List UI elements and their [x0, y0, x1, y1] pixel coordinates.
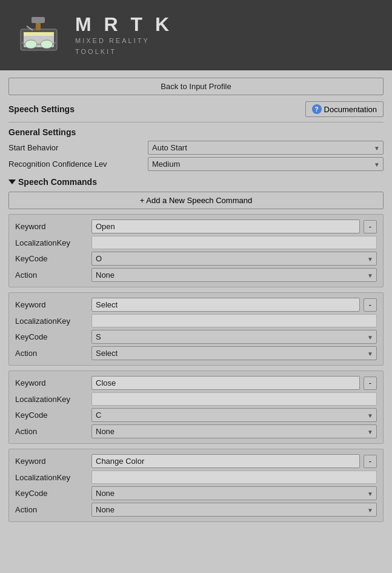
documentation-label: Documentation [324, 105, 377, 114]
add-speech-command-button[interactable]: + Add a New Speech Command [8, 192, 384, 209]
start-behavior-select[interactable]: Auto Start [148, 141, 384, 155]
recognition-confidence-select[interactable]: Medium [148, 157, 384, 171]
divider-1 [8, 122, 384, 122]
speech-commands-title: Speech Commands [18, 177, 97, 187]
start-behavior-row: Start Behavior Auto Start ▼ [8, 141, 384, 155]
command-1-remove-button[interactable]: - [364, 298, 377, 312]
start-behavior-select-wrapper: Auto Start ▼ [148, 141, 384, 155]
command-2-action-label: Action [15, 427, 88, 436]
command-3-action-label: Action [15, 505, 88, 514]
command-0-localization-row: LocalizationKey [15, 236, 377, 249]
command-3-action-select-wrapper: None ▼ [91, 503, 377, 517]
header: M R T K MIXED REALITY TOOLKIT [0, 0, 392, 70]
command-2-keycode-select[interactable]: C [91, 408, 377, 422]
command-2-remove-button[interactable]: - [364, 377, 377, 390]
speech-commands-header: Speech Commands [8, 177, 384, 187]
logo-subtitle-line2: TOOLKIT [75, 47, 173, 58]
command-0-keycode-select-wrapper: O ▼ [91, 252, 377, 266]
command-2-localization-row: LocalizationKey [15, 392, 377, 406]
svg-rect-2 [24, 32, 54, 36]
command-0-keycode-row: KeyCode O ▼ [15, 252, 377, 266]
command-0-keyword-row: Keyword - [15, 219, 377, 233]
command-2-keycode-label: KeyCode [15, 410, 88, 420]
svg-rect-9 [32, 17, 45, 23]
command-1-localization-row: LocalizationKey [15, 314, 377, 327]
command-3-keyword-row: Keyword - [15, 454, 377, 468]
doc-info-icon: ? [312, 104, 322, 114]
general-settings-title: General Settings [8, 127, 384, 137]
command-2-action-row: Action None ▼ [15, 424, 377, 438]
start-behavior-label: Start Behavior [8, 143, 148, 152]
command-2-keycode-row: KeyCode C ▼ [15, 408, 377, 422]
command-3-keycode-row: KeyCode None ▼ [15, 486, 377, 500]
command-3-action-select[interactable]: None [91, 503, 377, 517]
command-2-action-select-wrapper: None ▼ [91, 424, 377, 438]
command-0-action-select-wrapper: None ▼ [91, 268, 377, 282]
command-card-0: Keyword - LocalizationKey KeyCode O ▼ Ac… [8, 214, 384, 287]
command-3-keycode-label: KeyCode [15, 489, 88, 498]
command-0-localization-label: LocalizationKey [15, 238, 88, 247]
command-1-keycode-row: KeyCode S ▼ [15, 330, 377, 344]
command-0-keyword-input[interactable] [91, 219, 360, 233]
speech-settings-title: Speech Settings [8, 104, 75, 114]
command-2-keycode-select-wrapper: C ▼ [91, 408, 377, 422]
command-1-action-label: Action [15, 349, 88, 358]
recognition-confidence-row: Recognition Confidence Lev Medium ▼ [8, 157, 384, 171]
command-1-localization-label: LocalizationKey [15, 317, 88, 326]
command-3-keycode-select-wrapper: None ▼ [91, 486, 377, 500]
command-card-2: Keyword - LocalizationKey KeyCode C ▼ Ac… [8, 370, 384, 444]
command-2-keyword-row: Keyword - [15, 376, 377, 390]
command-0-action-select[interactable]: None [91, 268, 377, 282]
command-0-keycode-select[interactable]: O [91, 252, 377, 266]
recognition-confidence-select-wrapper: Medium ▼ [148, 157, 384, 171]
command-3-localization-input[interactable] [91, 471, 377, 484]
documentation-button[interactable]: ? Documentation [305, 101, 384, 117]
command-1-action-row: Action Select ▼ [15, 346, 377, 360]
command-0-keycode-label: KeyCode [15, 254, 88, 263]
command-1-action-select-wrapper: Select ▼ [91, 346, 377, 360]
logo-subtitle-line1: MIXED REALITY [75, 36, 173, 47]
command-1-keyword-row: Keyword - [15, 298, 377, 312]
collapse-triangle-icon[interactable] [8, 179, 16, 184]
svg-point-3 [25, 40, 37, 49]
command-0-localization-input[interactable] [91, 236, 377, 249]
command-3-keyword-input[interactable] [91, 454, 360, 468]
command-1-localization-input[interactable] [91, 314, 377, 327]
command-2-localization-label: LocalizationKey [15, 395, 88, 404]
command-1-keycode-select-wrapper: S ▼ [91, 330, 377, 344]
svg-point-4 [41, 40, 53, 49]
recognition-confidence-label: Recognition Confidence Lev [8, 159, 148, 169]
command-0-keyword-label: Keyword [15, 222, 88, 231]
command-1-keyword-input[interactable] [91, 298, 360, 312]
command-1-keyword-label: Keyword [15, 300, 88, 309]
content-area: Back to Input Profile Speech Settings ? … [0, 70, 392, 534]
command-2-action-select[interactable]: None [91, 424, 377, 438]
command-card-3: Keyword - LocalizationKey KeyCode None ▼… [8, 449, 384, 522]
command-1-action-select[interactable]: Select [91, 346, 377, 360]
mrtk-logo-icon [15, 11, 63, 59]
speech-settings-header-row: Speech Settings ? Documentation [8, 101, 384, 117]
command-2-keyword-input[interactable] [91, 376, 360, 390]
command-3-localization-label: LocalizationKey [15, 473, 88, 482]
command-3-remove-button[interactable]: - [364, 455, 377, 468]
command-2-keyword-label: Keyword [15, 378, 88, 387]
command-0-action-row: Action None ▼ [15, 268, 377, 282]
command-3-localization-row: LocalizationKey [15, 471, 377, 484]
command-1-keycode-select[interactable]: S [91, 330, 377, 344]
command-1-keycode-label: KeyCode [15, 332, 88, 341]
command-3-action-row: Action None ▼ [15, 503, 377, 517]
logo-text-block: M R T K MIXED REALITY TOOLKIT [75, 13, 173, 57]
command-card-1: Keyword - LocalizationKey KeyCode S ▼ Ac… [8, 292, 384, 366]
logo-title: M R T K [75, 13, 173, 36]
command-0-action-label: Action [15, 270, 88, 280]
command-2-localization-input[interactable] [91, 392, 377, 406]
command-0-remove-button[interactable]: - [364, 220, 377, 233]
command-3-keycode-select[interactable]: None [91, 486, 377, 500]
back-to-input-profile-button[interactable]: Back to Input Profile [8, 78, 384, 95]
command-3-keyword-label: Keyword [15, 457, 88, 466]
